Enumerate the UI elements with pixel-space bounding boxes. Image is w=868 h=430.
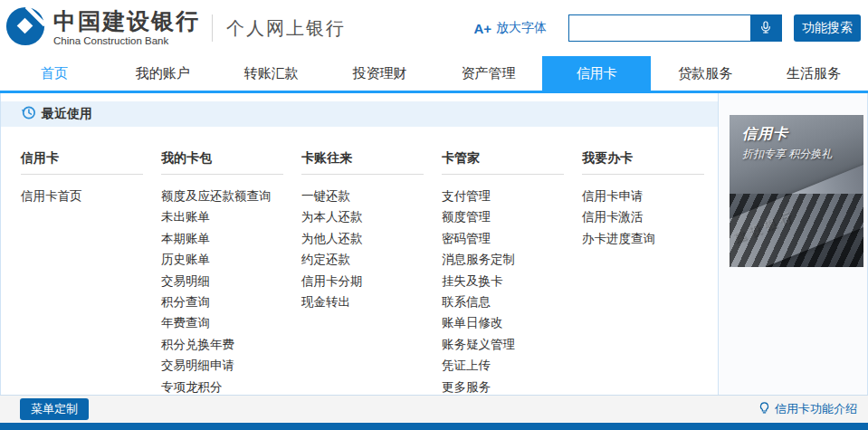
tab-loan-services[interactable]: 贷款服务: [651, 56, 759, 91]
menu-link[interactable]: 为本人还款: [301, 210, 363, 224]
menu-column-title: 我要办卡: [582, 150, 722, 167]
menu-link[interactable]: 现金转出: [301, 295, 350, 309]
column-divider: [442, 174, 564, 175]
promo-subtitle: 折扣专享 积分换礼: [742, 147, 832, 162]
menu-link[interactable]: 账单日修改: [442, 316, 503, 330]
menu-column-title: 我的卡包: [161, 150, 301, 167]
menu-link[interactable]: 积分兑换年费: [161, 338, 234, 351]
history-clock-icon: [21, 105, 36, 123]
bank-name-block: 中国建设银行 China Construction Bank: [53, 10, 200, 46]
menu-column-my-cards: 我的卡包 额度及应还款额查询 未出账单 本期账单 历史账单 交易明细 积分查询 …: [161, 150, 301, 397]
ccb-logo-icon: [5, 5, 46, 51]
function-search-input[interactable]: [569, 15, 750, 41]
header-tools: A+ 放大字体 功能搜索: [473, 14, 868, 42]
header-divider: [212, 14, 213, 42]
menu-link[interactable]: 办卡进度查询: [582, 232, 655, 245]
menu-link[interactable]: 更多服务: [442, 380, 491, 394]
menu-column-card-manager: 卡管家 支付管理 额度管理 密码管理 消息服务定制 挂失及换卡 联系信息 账单日…: [442, 150, 582, 397]
menu-link[interactable]: 信用卡申请: [582, 189, 644, 203]
tab-asset-management[interactable]: 资产管理: [434, 56, 543, 91]
recently-used-bar: 最近使用: [1, 101, 718, 127]
enlarge-font-label: 放大字体: [496, 20, 547, 36]
menu-link[interactable]: 信用卡分期: [301, 274, 363, 288]
menu-column-card-transactions: 卡账往来 一键还款 为本人还款 为他人还款 约定还款 信用卡分期 现金转出: [301, 150, 442, 397]
intro-link-label: 信用卡功能介绍: [775, 401, 857, 417]
column-divider: [21, 174, 143, 175]
menu-link[interactable]: 历史账单: [161, 253, 210, 266]
menu-column-credit-card: 信用卡 信用卡首页: [21, 150, 161, 397]
menu-column-apply-card: 我要办卡 信用卡申请 信用卡激活 办卡进度查询: [582, 150, 722, 397]
menu-link[interactable]: 一键还款: [301, 189, 350, 203]
microphone-icon: [758, 20, 773, 37]
tab-life-services[interactable]: 生活服务: [759, 56, 868, 91]
promo-title: 信用卡: [742, 125, 788, 144]
menu-link[interactable]: 账务疑义管理: [442, 338, 515, 351]
font-size-icon: A+: [473, 21, 491, 36]
menu-link[interactable]: 支付管理: [442, 189, 491, 203]
menu-link[interactable]: 凭证上传: [442, 358, 491, 372]
menu-column-title: 信用卡: [21, 150, 161, 167]
search-box: [568, 14, 782, 42]
menu-columns: 信用卡 信用卡首页 我的卡包 额度及应还款额查询 未出账单 本期账单 历史账单 …: [1, 150, 718, 397]
menu-link[interactable]: 信用卡激活: [582, 210, 644, 224]
header: 中国建设银行 China Construction Bank 个人网上银行 A+…: [0, 0, 868, 56]
tab-home[interactable]: 首页: [0, 56, 109, 91]
column-divider: [161, 174, 283, 175]
credit-card-promo-banner[interactable]: 建设银行 信用卡 折扣专享 积分换礼: [730, 115, 863, 267]
menu-link[interactable]: 联系信息: [442, 295, 491, 309]
menu-customize-button[interactable]: 菜单定制: [20, 398, 89, 420]
menu-link[interactable]: 挂失及换卡: [442, 274, 503, 288]
menu-column-title: 卡账往来: [301, 150, 442, 167]
menu-link[interactable]: 交易明细申请: [161, 358, 234, 372]
main-nav: 首页 我的账户 转账汇款 投资理财 资产管理 信用卡 贷款服务 生活服务: [0, 56, 868, 93]
menu-link[interactable]: 未出账单: [161, 210, 210, 224]
portal-title: 个人网上银行: [226, 16, 346, 41]
function-search-button[interactable]: 功能搜索: [794, 14, 861, 42]
menu-link[interactable]: 约定还款: [301, 253, 350, 266]
bottom-strip: [0, 423, 868, 430]
menu-link[interactable]: 额度及应还款额查询: [161, 189, 272, 203]
menu-link[interactable]: 积分查询: [161, 295, 210, 309]
menu-link[interactable]: 消息服务定制: [442, 253, 515, 266]
tab-investment[interactable]: 投资理财: [326, 56, 434, 91]
credit-card-menu-panel: 最近使用 信用卡 信用卡首页 我的卡包 额度及应还款额查询 未出账单: [0, 93, 868, 395]
voice-search-button[interactable]: [750, 15, 781, 41]
bank-name: 中国建设银行: [53, 10, 200, 33]
credit-card-intro-link[interactable]: 信用卡功能介绍: [758, 401, 857, 417]
enlarge-font-link[interactable]: A+ 放大字体: [473, 20, 547, 36]
menu-link[interactable]: 为他人还款: [301, 232, 363, 245]
tab-transfer-remittance[interactable]: 转账汇款: [217, 56, 326, 91]
lightbulb-icon: [758, 401, 771, 417]
tab-credit-card[interactable]: 信用卡: [542, 56, 651, 91]
menu-column-title: 卡管家: [442, 150, 582, 167]
menu-link[interactable]: 信用卡首页: [21, 189, 82, 203]
column-divider: [301, 174, 424, 175]
menu-link[interactable]: 密码管理: [442, 232, 491, 245]
column-divider: [582, 174, 704, 175]
menu-main: 最近使用 信用卡 信用卡首页 我的卡包 额度及应还款额查询 未出账单: [1, 93, 718, 395]
bank-name-english: China Construction Bank: [53, 35, 200, 46]
menu-link[interactable]: 交易明细: [161, 274, 210, 288]
footer-bar: 菜单定制 信用卡功能介绍: [0, 395, 868, 423]
menu-link[interactable]: 专项龙积分: [161, 380, 223, 394]
tab-my-accounts[interactable]: 我的账户: [109, 56, 217, 91]
recently-used-label: 最近使用: [42, 106, 92, 122]
menu-link[interactable]: 额度管理: [442, 210, 491, 224]
page: 中国建设银行 China Construction Bank 个人网上银行 A+…: [0, 0, 868, 430]
header-brand: 中国建设银行 China Construction Bank 个人网上银行: [0, 5, 346, 51]
menu-link[interactable]: 年费查询: [161, 316, 210, 330]
promo-sidebar: 建设银行 信用卡 折扣专享 积分换礼: [718, 93, 867, 395]
menu-link[interactable]: 本期账单: [161, 232, 210, 245]
keyboard-image: [730, 194, 863, 267]
